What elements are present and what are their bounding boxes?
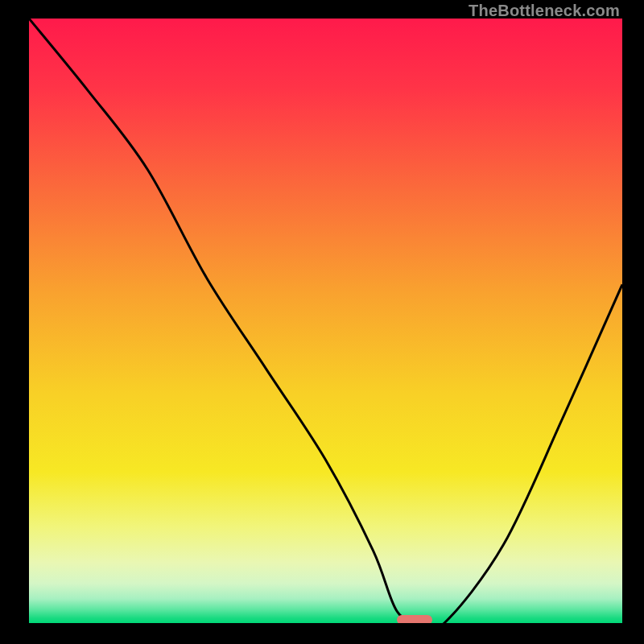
bottleneck-curve [29, 19, 622, 623]
plot-area [29, 19, 622, 623]
optimal-marker [397, 615, 432, 623]
chart-frame: TheBottleneck.com [0, 0, 644, 644]
watermark-text: TheBottleneck.com [469, 2, 620, 20]
